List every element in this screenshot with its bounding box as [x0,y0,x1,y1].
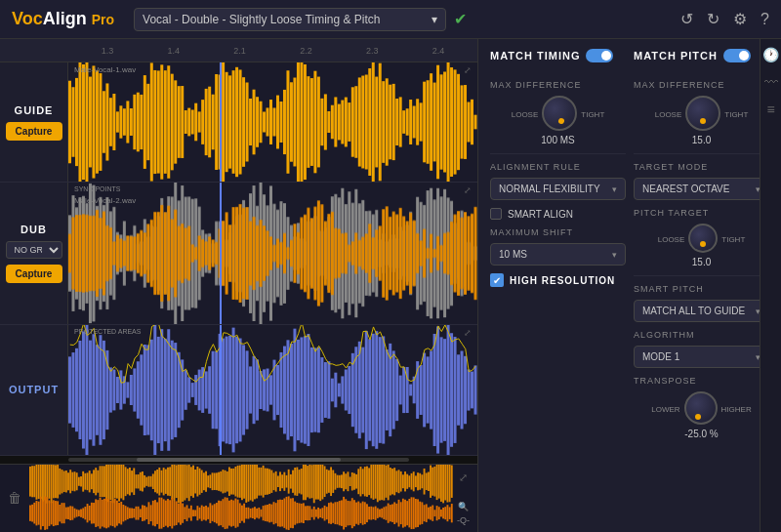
app-logo: VocAlign Pro [12,9,114,29]
timing-tight-label: TIGHT [581,110,604,119]
output-waveform[interactable]: PROTECTED AREAS ⤢ [68,325,477,455]
output-expand-icon[interactable]: ⤢ [464,328,472,338]
guide-waveform[interactable]: Male-Vocal-1.wav ⤢ [68,62,477,182]
match-pitch-toggle[interactable] [723,49,751,62]
pitch-target-label: PITCH TARGET [634,208,769,218]
output-track-label: OUTPUT [0,325,68,455]
target-mode-label: TARGET MODE [634,162,769,172]
alignment-rule-label: ALIGNMENT RULE [490,162,626,172]
output-playhead [220,325,222,455]
pitch-max-diff-label: MAX DIFFERENCE [634,80,769,90]
redo-button[interactable]: ↻ [707,10,719,28]
pitch-target-knob-wrap: LOOSE TIGHT 15.0 [634,224,769,267]
high-res-checkbox[interactable]: ✔ [490,273,504,287]
guide-track: GUIDE Capture Male-Vocal-1.wav ⤢ [0,62,477,183]
timing-knob-wrap: LOOSE TIGHT 100 MS [490,96,626,145]
sync-points-label: SYNC POINTS [74,185,120,192]
mini-tracks[interactable] [29,465,453,532]
transpose-value: -25.0 % [684,429,718,439]
dub-track-label: DUB NO GROUP Capture [0,183,68,323]
higher-label: HIGHER [721,405,752,414]
smart-pitch-dropdown[interactable]: MATCH ALL TO GUIDE ▾ [634,300,769,322]
max-shift-arrow: ▾ [612,250,617,260]
pt-loose-label: LOOSE [658,235,685,244]
match-timing-title: MATCH TIMING [490,49,626,62]
mini-zoom-label: -Q- [457,515,470,525]
logo-pro: Pro [92,12,114,27]
clock-icon[interactable]: 🕐 [762,47,779,62]
smart-pitch-label: SMART PITCH [634,284,769,294]
right-icons-panel: 🕐 〰 ≡ [760,39,781,532]
dub-track-name: DUB [21,224,47,235]
mini-expand[interactable]: ⤢ 🔍 -Q- [453,471,477,525]
timing-max-diff-knob[interactable] [542,96,577,131]
mini-trash[interactable]: 🗑 [0,490,29,506]
guide-waveform-canvas [68,62,477,182]
two-col-content: MAX DIFFERENCE LOOSE TIGHT 100 MS ALIGNM… [490,80,769,439]
mini-zoom-icon: 🔍 [458,502,469,512]
pitch-target-loose-tight: LOOSE TIGHT [658,224,746,255]
pitch-target-knob[interactable] [688,224,718,253]
ruler-mark: 1.4 [167,46,180,56]
timeline-ruler: 1.3 1.4 2.1 2.2 2.3 2.4 [0,39,477,62]
match-pitch-title: MATCH PITCH [634,49,769,62]
guide-capture-button[interactable]: Capture [6,122,62,141]
algorithm-dropdown[interactable]: MODE 1 ▾ [634,346,769,368]
lower-label: LOWER [651,405,679,414]
settings-button[interactable]: ⚙ [733,10,747,28]
horizontal-scrollbar[interactable] [0,456,477,464]
group-select[interactable]: NO GROUP [6,241,62,259]
smart-align-checkbox[interactable] [490,208,502,220]
dub-waveform-canvas [68,183,477,323]
smart-pitch-value: MATCH ALL TO GUIDE [642,306,745,316]
pitch-max-diff-knob[interactable] [685,96,720,131]
wave-icon[interactable]: 〰 [764,74,778,90]
target-mode-value: NEAREST OCTAVE [642,184,729,194]
pitch-loose-label: LOOSE [655,110,682,119]
smart-align-label: SMART ALIGN [508,209,573,220]
transpose-label: TRANSPOSE [634,376,769,386]
sliders-icon[interactable]: ≡ [766,102,774,117]
check-icon: ✔ [454,10,467,28]
undo-button[interactable]: ↺ [680,10,693,28]
ruler-mark: 2.2 [300,46,312,56]
high-res-row: ✔ HIGH RESOLUTION [490,273,626,287]
pitch-tight-label: TIGHT [724,110,748,119]
preset-dropdown[interactable]: Vocal - Double - Slightly Loose Timing &… [134,8,446,31]
timing-column: MAX DIFFERENCE LOOSE TIGHT 100 MS ALIGNM… [490,80,626,439]
output-track: OUTPUT PROTECTED AREAS ⤢ [0,325,477,456]
match-timing-toggle[interactable] [586,49,613,62]
max-shift-dropdown[interactable]: 10 MS ▾ [490,243,626,266]
alignment-rule-dropdown[interactable]: NORMAL FLEXIBILITY ▾ [490,178,626,200]
dub-playhead [220,183,222,323]
header-actions: ↺ ↻ ⚙ ? [680,10,769,28]
guide-track-name: GUIDE [15,104,54,116]
dub-waveform[interactable]: SYNC POINTS Male-Vocal-2.wav ⤢ [68,183,477,323]
ruler-mark: 2.1 [233,46,246,56]
ruler-mark: 1.3 [102,46,114,56]
playhead[interactable] [220,62,222,182]
match-pitch-section: MATCH PITCH [634,49,769,70]
max-shift-label: MAXIMUM SHIFT [490,227,626,237]
pt-tight-label: TIGHT [721,235,745,244]
mini-expand-icon: ⤢ [459,471,468,484]
target-mode-dropdown[interactable]: NEAREST OCTAVE ▾ [634,178,769,200]
algorithm-value: MODE 1 [642,351,679,362]
alignment-dropdown-arrow: ▾ [612,184,617,194]
dub-capture-button[interactable]: Capture [6,265,62,283]
timing-loose-label: LOOSE [512,110,539,119]
timing-loose-tight: LOOSE TIGHT [512,96,605,133]
preset-label: Vocal - Double - Slightly Loose Timing &… [143,13,380,26]
dub-expand-icon[interactable]: ⤢ [464,185,472,195]
guide-filename: Male-Vocal-1.wav [74,65,136,74]
guide-expand-icon[interactable]: ⤢ [464,65,472,75]
help-button[interactable]: ? [760,11,769,28]
transpose-knob[interactable] [684,391,718,425]
pitch-loose-tight: LOOSE TIGHT [655,96,749,133]
transpose-knob-wrap: LOWER HIGHER -25.0 % [634,391,769,439]
dub-track: DUB NO GROUP Capture SYNC POINTS Male-Vo… [0,183,477,324]
max-shift-value: 10 MS [499,249,527,260]
right-panel: MATCH TIMING MATCH PITCH MAX DIFFERENCE … [478,39,781,532]
ruler-mark: 2.3 [366,46,379,56]
high-res-label: HIGH RESOLUTION [510,275,615,286]
